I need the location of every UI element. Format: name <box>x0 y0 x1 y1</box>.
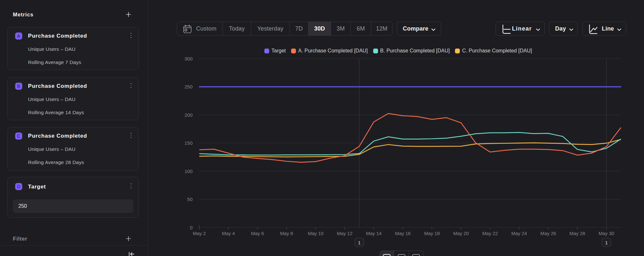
svg-text:May 6: May 6 <box>251 231 264 236</box>
svg-text:May 18: May 18 <box>424 231 440 236</box>
svg-text:250: 250 <box>185 84 193 89</box>
svg-text:100: 100 <box>185 169 193 174</box>
svg-text:May 22: May 22 <box>482 231 498 236</box>
svg-text:May 8: May 8 <box>280 231 293 236</box>
svg-text:1: 1 <box>358 240 361 245</box>
svg-text:0: 0 <box>190 225 193 230</box>
svg-text:1: 1 <box>605 240 608 245</box>
svg-text:150: 150 <box>185 140 193 146</box>
svg-text:May 4: May 4 <box>222 231 235 236</box>
svg-text:May 2: May 2 <box>193 231 206 236</box>
svg-text:May 20: May 20 <box>453 231 469 236</box>
svg-text:200: 200 <box>185 112 193 118</box>
svg-text:May 30: May 30 <box>599 231 614 236</box>
svg-text:May 12: May 12 <box>337 231 353 236</box>
svg-text:May 26: May 26 <box>540 231 556 236</box>
svg-text:May 28: May 28 <box>570 231 585 236</box>
svg-text:May 16: May 16 <box>395 231 411 236</box>
svg-text:May 10: May 10 <box>308 231 324 236</box>
svg-text:300: 300 <box>185 56 193 61</box>
svg-text:May 24: May 24 <box>511 231 527 236</box>
svg-text:50: 50 <box>187 197 193 202</box>
svg-text:May 14: May 14 <box>366 231 382 236</box>
